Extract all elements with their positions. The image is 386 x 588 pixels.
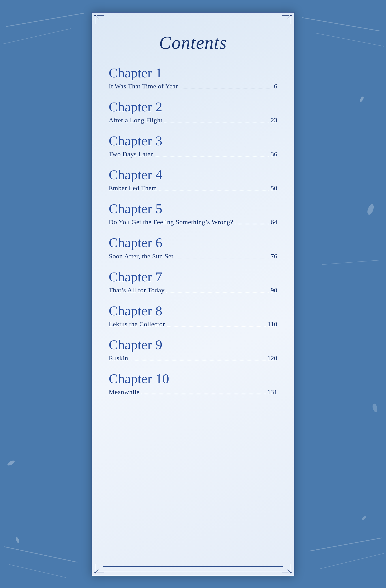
chapter-7-dots [166, 292, 269, 292]
chapter-10-subtitle-row: Meanwhile131 [109, 387, 277, 397]
chapter-6-subtitle: Soon After, the Sun Set [109, 252, 173, 261]
chapter-7-heading: Chapter 7 [109, 269, 277, 284]
svg-point-11 [372, 403, 378, 413]
svg-point-12 [359, 96, 365, 103]
chapter-9-subtitle: Ruskin [109, 353, 128, 363]
chapter-3-heading: Chapter 3 [109, 133, 277, 148]
svg-line-3 [315, 33, 384, 46]
chapter-7-page: 90 [271, 286, 277, 295]
chapter-4-dots [159, 190, 269, 190]
chapter-1-subtitle: It Was That Time of Year [109, 82, 178, 91]
svg-line-22 [288, 16, 290, 19]
chapter-9-heading: Chapter 9 [109, 337, 277, 352]
chapter-6-heading: Chapter 6 [109, 235, 277, 250]
bottom-rule [103, 567, 283, 567]
chapter-10-heading: Chapter 10 [109, 371, 277, 386]
svg-point-9 [7, 460, 15, 466]
contents-page: Contents Chapter 1It Was That Time of Ye… [91, 12, 295, 576]
chapter-entry-10: Chapter 10Meanwhile131 [109, 371, 277, 397]
chapter-3-dots [155, 156, 269, 156]
chapter-10-page: 131 [267, 387, 277, 397]
svg-line-7 [320, 553, 384, 569]
chapter-7-subtitle: That’s All for Today [109, 286, 165, 295]
corner-decoration-bl [94, 563, 105, 574]
svg-line-1 [2, 29, 71, 44]
chapter-8-subtitle-row: Lektus the Collector110 [109, 319, 277, 329]
chapter-8-heading: Chapter 8 [109, 303, 277, 318]
svg-line-5 [9, 565, 66, 578]
chapter-1-heading: Chapter 1 [109, 65, 277, 80]
svg-line-0 [7, 13, 84, 26]
chapter-entry-1: Chapter 1It Was That Time of Year6 [109, 65, 277, 91]
svg-point-23 [94, 572, 96, 573]
chapter-6-subtitle-row: Soon After, the Sun Set76 [109, 252, 277, 261]
svg-line-8 [322, 260, 379, 265]
svg-point-15 [94, 15, 96, 16]
svg-point-13 [15, 537, 20, 544]
svg-point-19 [290, 15, 292, 16]
svg-point-14 [361, 515, 366, 521]
corner-decoration-tl [94, 14, 105, 25]
chapter-2-heading: Chapter 2 [109, 99, 277, 114]
chapter-2-subtitle-row: After a Long Flight23 [109, 116, 277, 125]
chapter-5-heading: Chapter 5 [109, 201, 277, 216]
chapter-5-subtitle: Do You Get the Feeling Something’s Wrong… [109, 217, 233, 227]
chapter-entry-6: Chapter 6Soon After, the Sun Set76 [109, 235, 277, 261]
svg-line-26 [96, 569, 98, 572]
svg-line-18 [96, 16, 98, 19]
chapter-8-dots [167, 326, 266, 326]
corner-decoration-br [281, 563, 292, 574]
svg-line-6 [309, 538, 382, 551]
chapter-entry-2: Chapter 2After a Long Flight23 [109, 99, 277, 125]
chapter-6-page: 76 [271, 252, 277, 261]
chapter-entry-7: Chapter 7That’s All for Today90 [109, 269, 277, 295]
chapter-entry-4: Chapter 4Ember Led Them50 [109, 167, 277, 193]
chapter-1-subtitle-row: It Was That Time of Year6 [109, 82, 277, 91]
page-title: Contents [109, 32, 277, 53]
svg-line-4 [4, 547, 77, 562]
chapter-3-subtitle: Two Days Later [109, 149, 153, 159]
chapter-8-subtitle: Lektus the Collector [109, 319, 165, 329]
corner-decoration-tr [281, 14, 292, 25]
chapter-6-dots [175, 258, 269, 258]
svg-point-10 [366, 203, 375, 215]
chapter-4-subtitle-row: Ember Led Them50 [109, 183, 277, 193]
chapter-entry-8: Chapter 8Lektus the Collector110 [109, 303, 277, 329]
chapter-entry-9: Chapter 9Ruskin120 [109, 337, 277, 363]
chapter-2-page: 23 [271, 116, 277, 125]
svg-line-2 [302, 18, 379, 31]
chapter-9-subtitle-row: Ruskin120 [109, 353, 277, 363]
chapter-4-subtitle: Ember Led Them [109, 183, 157, 193]
chapter-9-page: 120 [267, 353, 277, 363]
chapter-3-page: 36 [271, 149, 277, 159]
chapter-4-heading: Chapter 4 [109, 167, 277, 182]
chapter-9-dots [130, 360, 266, 360]
chapter-5-page: 64 [271, 217, 277, 227]
chapter-list: Chapter 1It Was That Time of Year6Chapte… [109, 65, 277, 397]
chapter-entry-5: Chapter 5Do You Get the Feeling Somethin… [109, 201, 277, 227]
chapter-4-page: 50 [271, 183, 277, 193]
chapter-8-page: 110 [268, 319, 277, 329]
chapter-entry-3: Chapter 3Two Days Later36 [109, 133, 277, 159]
chapter-1-page: 6 [274, 82, 277, 91]
chapter-7-subtitle-row: That’s All for Today90 [109, 286, 277, 295]
chapter-10-subtitle: Meanwhile [109, 387, 139, 397]
chapter-5-subtitle-row: Do You Get the Feeling Something’s Wrong… [109, 217, 277, 227]
chapter-5-dots [235, 224, 269, 224]
chapter-2-dots [164, 122, 269, 122]
chapter-10-dots [141, 394, 266, 394]
chapter-3-subtitle-row: Two Days Later36 [109, 149, 277, 159]
chapter-1-dots [180, 88, 272, 88]
svg-line-30 [288, 569, 290, 572]
chapter-2-subtitle: After a Long Flight [109, 116, 163, 125]
svg-point-27 [290, 572, 292, 573]
